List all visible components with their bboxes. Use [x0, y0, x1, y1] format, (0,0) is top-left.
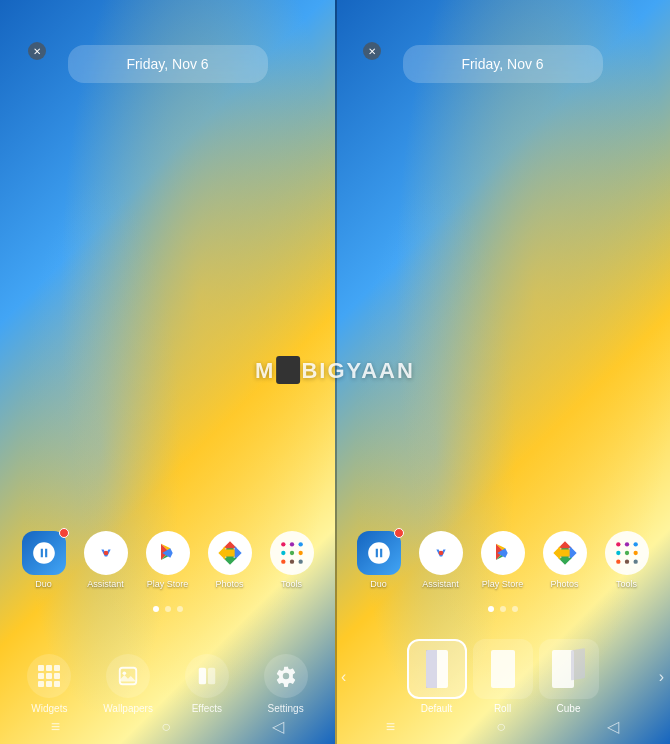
- settings-button[interactable]: Settings: [256, 654, 316, 714]
- dot-2-right[interactable]: [500, 606, 506, 612]
- duo-icon-left: [22, 531, 66, 575]
- svg-point-22: [616, 551, 620, 555]
- tools-label-right: Tools: [616, 579, 637, 589]
- nav-bar-left: ≡ ○ ◁: [0, 713, 335, 740]
- svg-rect-15: [208, 668, 215, 685]
- svg-point-13: [123, 671, 127, 675]
- date-text-right: Friday, Nov 6: [461, 56, 543, 72]
- svg-point-25: [616, 560, 620, 564]
- effects-strip: ‹ Default: [335, 639, 670, 714]
- arrow-right-icon[interactable]: ›: [655, 668, 668, 686]
- photos-icon-left: [208, 531, 252, 575]
- date-widget-left: Friday, Nov 6: [68, 45, 268, 83]
- svg-point-21: [633, 542, 637, 546]
- svg-point-4: [289, 542, 293, 546]
- main-container: ✕ Friday, Nov 6 Duo: [0, 0, 670, 744]
- swirl-right: [335, 0, 670, 744]
- svg-rect-32: [571, 648, 585, 680]
- dot-3-left[interactable]: [177, 606, 183, 612]
- app-item-playstore-right[interactable]: Play Store: [481, 531, 525, 589]
- tools-label-left: Tools: [281, 579, 302, 589]
- widgets-button[interactable]: Widgets: [19, 654, 79, 714]
- page-dots-left: [153, 606, 183, 612]
- back-nav-left[interactable]: ◁: [272, 717, 284, 736]
- app-item-duo-right[interactable]: Duo: [357, 531, 401, 589]
- app-dock-left: Duo Assistant: [0, 531, 335, 589]
- tools-icon-right: [605, 531, 649, 575]
- effect-roll-icon: [473, 639, 533, 699]
- app-item-photos-right[interactable]: Photos: [543, 531, 587, 589]
- left-panel: ✕ Friday, Nov 6 Duo: [0, 0, 335, 744]
- effects-items: Default Roll: [350, 639, 654, 714]
- effect-roll[interactable]: Roll: [473, 639, 533, 714]
- photos-label-right: Photos: [550, 579, 578, 589]
- right-panel: ✕ Friday, Nov 6 Duo: [335, 0, 670, 744]
- svg-rect-14: [199, 668, 206, 685]
- date-text-left: Friday, Nov 6: [126, 56, 208, 72]
- bottom-toolbar-left: Widgets Wallpapers: [0, 654, 335, 714]
- page-dots-right: [488, 606, 518, 612]
- svg-rect-12: [120, 668, 137, 685]
- arrow-left-icon[interactable]: ‹: [337, 668, 350, 686]
- wallpapers-button[interactable]: Wallpapers: [98, 654, 158, 714]
- app-item-playstore-left[interactable]: Play Store: [146, 531, 190, 589]
- nav-bar-right: ≡ ○ ◁: [335, 713, 670, 740]
- playstore-icon-right: [481, 531, 525, 575]
- duo-label-left: Duo: [35, 579, 52, 589]
- app-item-assistant-left[interactable]: Assistant: [84, 531, 128, 589]
- duo-icon-right: [357, 531, 401, 575]
- effect-cube[interactable]: Cube: [539, 639, 599, 714]
- app-item-assistant-right[interactable]: Assistant: [419, 531, 463, 589]
- home-nav-left[interactable]: ○: [161, 718, 171, 736]
- svg-point-11: [298, 560, 302, 564]
- playstore-label-right: Play Store: [482, 579, 524, 589]
- playstore-label-left: Play Store: [147, 579, 189, 589]
- grid-icon: [38, 665, 60, 687]
- svg-point-27: [633, 560, 637, 564]
- svg-point-7: [289, 551, 293, 555]
- effect-default[interactable]: Default: [407, 639, 467, 714]
- photos-icon-right: [543, 531, 587, 575]
- dot-2-left[interactable]: [165, 606, 171, 612]
- close-button-right[interactable]: ✕: [363, 42, 381, 60]
- dot-3-right[interactable]: [512, 606, 518, 612]
- duo-badge-left: [59, 528, 69, 538]
- app-item-duo-left[interactable]: Duo: [22, 531, 66, 589]
- back-nav-right[interactable]: ◁: [607, 717, 619, 736]
- assistant-label-right: Assistant: [422, 579, 459, 589]
- assistant-label-left: Assistant: [87, 579, 124, 589]
- dot-1-left[interactable]: [153, 606, 159, 612]
- svg-point-6: [281, 551, 285, 555]
- assistant-icon-right: [419, 531, 463, 575]
- app-item-tools-left[interactable]: Tools: [270, 531, 314, 589]
- effects-icon: [185, 654, 229, 698]
- menu-nav-left[interactable]: ≡: [51, 718, 60, 736]
- settings-icon: [264, 654, 308, 698]
- tools-icon-left: [270, 531, 314, 575]
- effects-button[interactable]: Effects: [177, 654, 237, 714]
- svg-point-5: [298, 542, 302, 546]
- close-button-left[interactable]: ✕: [28, 42, 46, 60]
- app-dock-right: Duo Assistant: [335, 531, 670, 589]
- widgets-icon: [27, 654, 71, 698]
- app-item-photos-left[interactable]: Photos: [208, 531, 252, 589]
- date-widget-right: Friday, Nov 6: [403, 45, 603, 83]
- svg-point-8: [298, 551, 302, 555]
- svg-point-23: [624, 551, 628, 555]
- svg-rect-29: [426, 650, 437, 688]
- svg-point-19: [616, 542, 620, 546]
- dot-1-right[interactable]: [488, 606, 494, 612]
- svg-point-20: [624, 542, 628, 546]
- svg-rect-31: [552, 650, 574, 688]
- svg-point-10: [289, 560, 293, 564]
- menu-nav-right[interactable]: ≡: [386, 718, 395, 736]
- wallpapers-icon: [106, 654, 150, 698]
- swirl-left: [0, 0, 335, 744]
- svg-point-1: [103, 551, 108, 556]
- panel-divider: [335, 0, 337, 744]
- playstore-icon-left: [146, 531, 190, 575]
- svg-point-17: [438, 551, 443, 556]
- svg-point-24: [633, 551, 637, 555]
- home-nav-right[interactable]: ○: [496, 718, 506, 736]
- app-item-tools-right[interactable]: Tools: [605, 531, 649, 589]
